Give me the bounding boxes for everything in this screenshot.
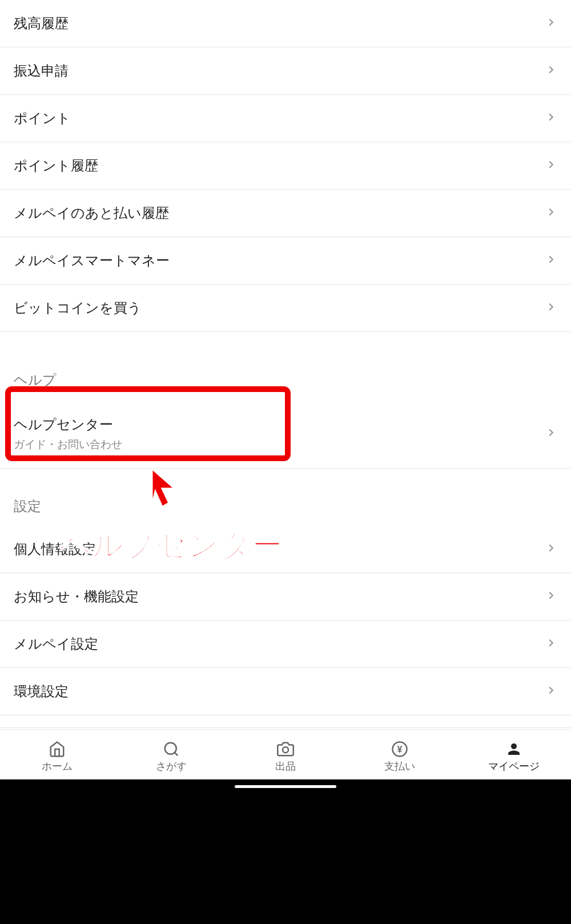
chevron-right-icon — [545, 684, 557, 699]
nav-mypage[interactable]: マイページ — [457, 740, 571, 773]
section-header-settings: 設定 — [0, 469, 571, 526]
menu-item-merpay-later-history[interactable]: メルペイのあと払い履歴 — [0, 190, 571, 237]
menu-item-label: お知らせ・機能設定 — [14, 587, 139, 606]
chevron-right-icon — [545, 206, 557, 221]
chevron-right-icon — [545, 637, 557, 651]
svg-text:¥: ¥ — [397, 744, 402, 754]
home-indicator-bar — [0, 779, 571, 793]
bottom-nav: ホーム さがす 出品 ¥ 支払い マイページ — [0, 729, 571, 779]
menu-item-buy-bitcoin[interactable]: ビットコインを買う — [0, 285, 571, 332]
chevron-right-icon — [545, 589, 557, 604]
nav-label: ホーム — [42, 759, 73, 773]
menu-item-merpay-smart-money[interactable]: メルペイスマートマネー — [0, 237, 571, 285]
black-bottom-area — [0, 793, 571, 924]
nav-home[interactable]: ホーム — [0, 740, 114, 773]
svg-point-2 — [283, 747, 288, 753]
menu-item-sublabel: ガイド・お問い合わせ — [14, 437, 122, 452]
divider — [0, 727, 571, 728]
home-indicator — [235, 785, 336, 788]
chevron-right-icon — [545, 111, 557, 126]
nav-label: 出品 — [275, 759, 296, 773]
person-icon — [505, 740, 523, 758]
menu-item-label: ポイント — [14, 109, 71, 127]
section-header-help: ヘルプ — [0, 332, 571, 399]
nav-label: マイページ — [488, 759, 540, 773]
menu-item-label: ビットコインを買う — [14, 299, 142, 317]
chevron-right-icon — [545, 542, 557, 557]
chevron-right-icon — [545, 158, 557, 173]
menu-item-label: メルペイ設定 — [14, 635, 98, 653]
nav-label: 支払い — [384, 759, 415, 773]
menu-item-points[interactable]: ポイント — [0, 95, 571, 142]
menu-item-label: メルペイスマートマネー — [14, 251, 170, 270]
menu-item-label: 残高履歴 — [14, 14, 69, 33]
camera-icon — [276, 740, 295, 758]
menu-item-label: 振込申請 — [14, 62, 69, 80]
yen-icon: ¥ — [391, 740, 409, 758]
menu-item-notifications[interactable]: お知らせ・機能設定 — [0, 573, 571, 621]
chevron-right-icon — [545, 253, 557, 268]
menu-item-environment[interactable]: 環境設定 — [0, 668, 571, 715]
menu-item-balance-history[interactable]: 残高履歴 — [0, 0, 571, 47]
chevron-right-icon — [545, 426, 557, 441]
menu-item-help-center[interactable]: ヘルプセンター ガイド・お問い合わせ — [0, 399, 571, 469]
menu-item-label: ポイント履歴 — [14, 157, 98, 175]
nav-label: さがす — [156, 759, 187, 773]
svg-point-0 — [165, 742, 176, 754]
nav-payment[interactable]: ¥ 支払い — [343, 740, 457, 773]
menu-item-label: ヘルプセンター — [14, 415, 122, 434]
svg-line-1 — [175, 752, 178, 755]
nav-search[interactable]: さがす — [114, 740, 228, 773]
chevron-right-icon — [545, 16, 557, 31]
menu-item-label: メルペイのあと払い履歴 — [14, 204, 169, 222]
menu-item-transfer-request[interactable]: 振込申請 — [0, 47, 571, 95]
menu-item-merpay-settings[interactable]: メルペイ設定 — [0, 621, 571, 668]
menu-item-points-history[interactable]: ポイント履歴 — [0, 142, 571, 190]
nav-sell[interactable]: 出品 — [228, 740, 343, 773]
menu-item-label: 環境設定 — [14, 682, 69, 701]
chevron-right-icon — [545, 301, 557, 315]
menu-item-label: 個人情報設定 — [14, 540, 96, 558]
chevron-right-icon — [545, 63, 557, 78]
search-icon — [162, 740, 180, 758]
home-icon — [48, 740, 66, 758]
menu-item-personal-info[interactable]: 個人情報設定 — [0, 526, 571, 573]
